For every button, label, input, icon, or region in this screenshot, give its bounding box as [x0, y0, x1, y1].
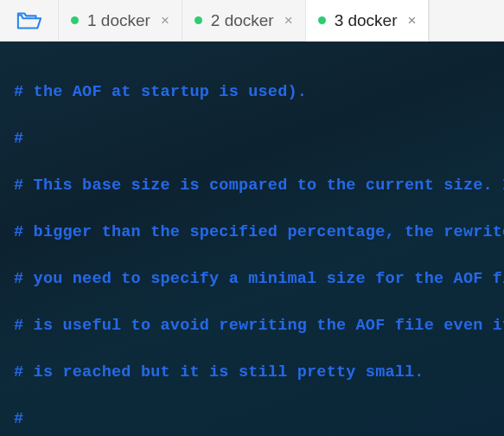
close-icon[interactable]: × [284, 12, 293, 29]
tab-label: 3 docker [335, 11, 398, 30]
tab-bar-filler [429, 0, 504, 42]
code-editor[interactable]: # the AOF at startup is used). # # This … [0, 42, 504, 436]
modified-dot-icon [318, 16, 326, 24]
code-comment: # This base size is compared to the curr… [14, 174, 490, 197]
close-icon[interactable]: × [408, 12, 417, 29]
code-comment: # the AOF at startup is used). [14, 80, 490, 104]
folder-open-icon [16, 10, 42, 31]
code-comment: # bigger than the specified percentage, … [14, 221, 490, 244]
tab-1-docker[interactable]: 1 docker × [59, 0, 182, 42]
open-folder-button[interactable] [0, 0, 59, 42]
code-comment: # [14, 407, 490, 431]
tab-label: 2 docker [211, 11, 274, 30]
modified-dot-icon [195, 16, 202, 24]
code-comment: # is useful to avoid rewriting the AOF f… [14, 314, 490, 337]
tab-label: 1 docker [87, 11, 150, 30]
code-comment: # [14, 127, 490, 151]
code-comment: # is reached but it is still pretty smal… [14, 361, 490, 384]
tab-2-docker[interactable]: 2 docker × [182, 0, 306, 42]
close-icon[interactable]: × [161, 12, 169, 29]
tab-bar: 1 docker × 2 docker × 3 docker × [0, 0, 504, 42]
code-comment: # you need to specify a minimal size for… [14, 267, 490, 291]
tab-3-docker[interactable]: 3 docker × [306, 0, 430, 42]
modified-dot-icon [71, 16, 79, 24]
